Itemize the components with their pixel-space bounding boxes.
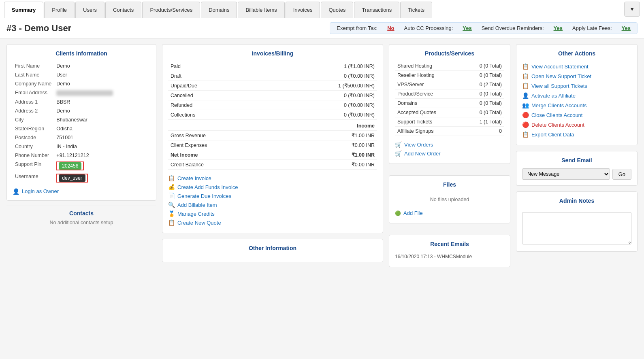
product-row: Support Tickets1 (1 Total) [395, 117, 504, 127]
income-row: Gross Revenue₹1.00 INR [168, 131, 377, 140]
other-action-link[interactable]: View Account Statement [522, 62, 631, 71]
late-fees-value[interactable]: Yes [622, 25, 631, 31]
billing-row: Paid1 (₹1.00 INR) [168, 62, 377, 71]
other-action-link[interactable]: Open New Support Ticket [522, 71, 631, 81]
files-empty: No files uploaded [395, 193, 504, 206]
tab-users[interactable]: Users [75, 2, 104, 18]
auto-cc-label: Auto CC Processing: [404, 25, 453, 31]
billing-action-label: Create New Quote [177, 220, 221, 226]
products-title: Products/Services [395, 50, 504, 57]
login-owner-link[interactable]: Login as Owner [13, 188, 150, 195]
income-row: Net Income₹1.00 INR [168, 150, 377, 160]
billing-action-label: Add Billable Item [177, 202, 217, 208]
tab-summary[interactable]: Summary [4, 2, 43, 18]
client-info-row: Phone Number+91.12121212 [13, 151, 150, 160]
username-highlight: dev_user [56, 174, 87, 183]
product-action-link[interactable]: View Orders [395, 140, 504, 149]
send-email-row: New Message Go [522, 168, 631, 180]
client-info-row: CountryIN - India [13, 142, 150, 151]
other-action-label: Close Clients Account [531, 112, 582, 118]
tab-billable[interactable]: Billable Items [238, 2, 284, 18]
exempt-tax-value[interactable]: No [387, 25, 394, 31]
client-info-label: Last Name [13, 70, 54, 79]
product-row: Domains0 (0 Total) [395, 99, 504, 108]
other-action-icon [522, 92, 529, 99]
username-badge: dev_user [59, 174, 85, 182]
add-file-label: Add File [403, 210, 423, 216]
send-email-select[interactable]: New Message [522, 168, 610, 180]
other-action-icon [522, 102, 529, 108]
other-action-link[interactable]: Delete Clients Account [522, 120, 631, 130]
billing-action-icon [168, 210, 175, 217]
client-info-value [54, 88, 150, 98]
support-pin-row: Support Pin 202456 [13, 160, 150, 172]
other-action-link[interactable]: Activate as Affiliate [522, 91, 631, 100]
send-email-go-button[interactable]: Go [612, 169, 631, 180]
tab-transactions[interactable]: Transactions [354, 2, 399, 18]
product-action-link[interactable]: Add New Order [395, 149, 504, 158]
tab-profile[interactable]: Profile [44, 2, 75, 18]
other-action-link[interactable]: Export Client Data [522, 130, 631, 139]
client-info-value: +91.12121212 [54, 151, 150, 160]
tab-overflow-button[interactable]: ▼ [624, 2, 640, 17]
product-action-icon [395, 150, 402, 157]
billing-action-link[interactable]: Create Add Funds Invoice [168, 183, 377, 191]
client-info-value: User [54, 70, 150, 79]
tab-contacts[interactable]: Contacts [105, 2, 141, 18]
col-products: Products/Services Shared Hosting0 (0 Tot… [389, 44, 510, 267]
client-info-label: Email Address [13, 88, 54, 98]
billing-action-link[interactable]: Add Billable Item [168, 200, 377, 209]
client-info-row: Email Address [13, 88, 150, 98]
other-info-card: Other Information [162, 239, 383, 262]
header-flags: Exempt from Tax: No Auto CC Processing: … [330, 22, 638, 34]
client-info-label: Postcode [13, 133, 54, 142]
tab-products[interactable]: Products/Services [142, 2, 200, 18]
other-action-link[interactable]: Close Clients Account [522, 110, 631, 120]
username-row: Username dev_user [13, 172, 150, 184]
billing-action-link[interactable]: Manage Credits [168, 209, 377, 218]
billing-action-icon [168, 184, 175, 190]
page-header: #3 - Demo User Exempt from Tax: No Auto … [0, 18, 644, 38]
email-blurred [56, 90, 113, 96]
col-clients: Clients Information First NameDemoLast N… [6, 44, 156, 267]
billing-row: Refunded0 (₹0.00 INR) [168, 100, 377, 110]
product-action-icon [395, 141, 402, 148]
overdue-value[interactable]: Yes [554, 25, 563, 31]
add-file-link[interactable]: Add File [395, 209, 504, 217]
recent-emails-title: Recent Emails [395, 241, 504, 247]
late-fees-label: Apply Late Fees: [572, 25, 612, 31]
other-actions-card: Other Actions View Account StatementOpen… [516, 44, 638, 145]
auto-cc-value[interactable]: Yes [463, 25, 471, 31]
other-action-icon [522, 83, 529, 89]
client-info-value: Demo [54, 62, 150, 70]
client-info-value: BBSR [54, 98, 150, 106]
client-info-value: Demo [54, 79, 150, 88]
client-info-label: First Name [13, 62, 54, 70]
billing-action-label: Generate Due Invoices [177, 193, 231, 199]
billing-action-link[interactable]: Create New Quote [168, 218, 377, 227]
billing-table: Paid1 (₹1.00 INR)Draft0 (₹0.00 INR)Unpai… [168, 62, 377, 170]
billing-action-label: Create Add Funds Invoice [177, 184, 238, 190]
tab-quotes[interactable]: Quotes [321, 2, 353, 18]
tab-invoices[interactable]: Invoices [286, 2, 320, 18]
billing-action-link[interactable]: Create Invoice [168, 174, 377, 183]
income-row: Credit Balance₹0.00 INR [168, 160, 377, 170]
admin-notes-textarea[interactable] [522, 212, 631, 244]
client-info-label: State/Region [13, 124, 54, 133]
files-title: Files [395, 181, 504, 188]
contacts-section: Contacts No additional contacts setup [6, 206, 156, 225]
other-action-link[interactable]: View all Support Tickets [522, 81, 631, 91]
main-content: Clients Information First NameDemoLast N… [0, 38, 644, 273]
other-action-label: Delete Clients Account [531, 122, 584, 128]
client-info-label: City [13, 115, 54, 124]
client-info-value: IN - India [54, 142, 150, 151]
products-actions: View OrdersAdd New Order [395, 140, 504, 158]
income-row: Client Expenses₹0.00 INR [168, 140, 377, 150]
tab-tickets[interactable]: Tickets [400, 2, 432, 18]
other-action-link[interactable]: Merge Clients Accounts [522, 100, 631, 110]
tab-domains[interactable]: Domains [201, 2, 237, 18]
billing-action-link[interactable]: Generate Due Invoices [168, 191, 377, 200]
client-info-row: CityBhubaneswar [13, 115, 150, 124]
send-email-title: Send Email [522, 157, 631, 164]
billing-action-label: Manage Credits [177, 211, 215, 217]
